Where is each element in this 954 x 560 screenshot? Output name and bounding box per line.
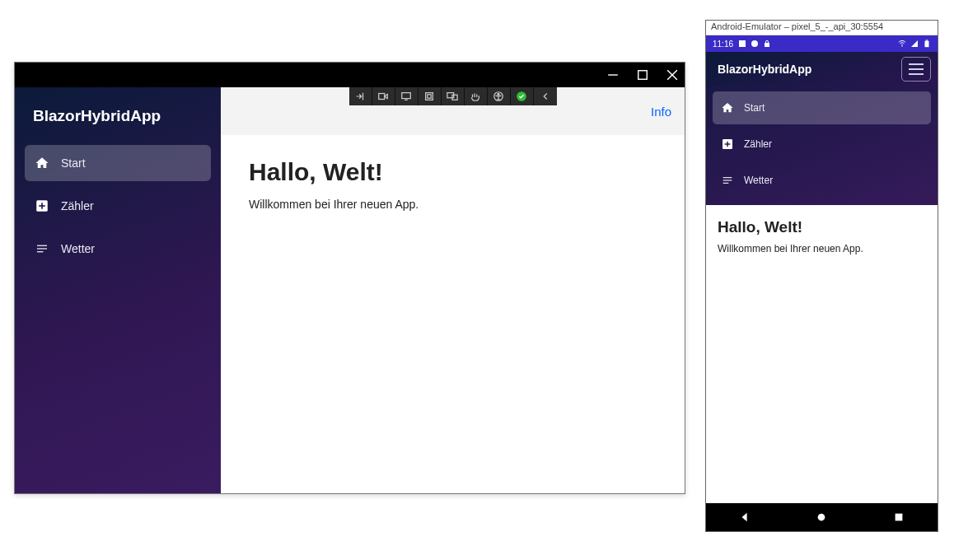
- svg-rect-24: [926, 40, 928, 40]
- status-time: 11:16: [713, 40, 733, 49]
- hamburger-button[interactable]: [901, 57, 931, 82]
- mobile-page-heading: Hallo, Welt!: [718, 218, 926, 236]
- plus-square-icon: [35, 198, 49, 213]
- svg-rect-13: [428, 95, 431, 98]
- svg-point-31: [818, 514, 825, 521]
- android-home-button[interactable]: [813, 509, 830, 525]
- svg-rect-32: [896, 514, 903, 521]
- svg-rect-12: [426, 93, 433, 100]
- app-brand: BlazorHybridApp: [21, 96, 214, 145]
- svg-rect-1: [638, 71, 648, 80]
- devtool-collapse-icon[interactable]: [534, 87, 557, 105]
- devtool-screens-icon[interactable]: [442, 87, 465, 105]
- android-back-button[interactable]: [737, 509, 753, 525]
- devtool-hand-icon[interactable]: [465, 87, 488, 105]
- devtool-success-icon[interactable]: [511, 87, 534, 105]
- android-statusbar: 11:16: [706, 35, 938, 52]
- sidebar-item-start[interactable]: Start: [25, 145, 211, 181]
- mobile-nav-item-label: Start: [744, 102, 765, 114]
- svg-rect-11: [402, 93, 411, 99]
- mobile-nav-item-zahler[interactable]: Zähler: [713, 128, 931, 161]
- mobile-nav-item-wetter[interactable]: Wetter: [713, 164, 931, 197]
- devtool-square-icon[interactable]: [419, 87, 442, 105]
- page-body: Hallo, Welt! Willkommen bei Ihrer neuen …: [221, 135, 685, 234]
- wifi-icon: [898, 40, 906, 48]
- devtool-record-icon[interactable]: [372, 87, 395, 105]
- hamburger-line-icon: [909, 68, 924, 70]
- sidebar-item-zahler[interactable]: Zähler: [25, 188, 211, 224]
- emulator-window-title: Android-Emulator – pixel_5_-_api_30:5554: [706, 21, 938, 35]
- list-icon: [721, 174, 734, 187]
- mobile-nav-item-label: Zähler: [744, 138, 772, 150]
- list-icon: [35, 241, 49, 256]
- sidebar-nav: Start Zähler Wetter: [21, 145, 214, 267]
- svg-rect-21: [765, 43, 769, 47]
- mobile-nav: Start Zähler Wetter: [706, 86, 938, 205]
- sidebar-item-label: Zähler: [61, 199, 94, 212]
- page-heading: Hallo, Welt!: [249, 158, 657, 186]
- signal-icon: [910, 40, 919, 48]
- mobile-page-body: Hallo, Welt! Willkommen bei Ihrer neuen …: [706, 205, 938, 503]
- sidebar-item-wetter[interactable]: Wetter: [25, 231, 211, 267]
- status-circle-icon: [751, 40, 759, 48]
- devtool-accessibility-icon[interactable]: [488, 87, 511, 105]
- svg-point-22: [901, 45, 903, 46]
- page-subheading: Willkommen bei Ihrer neuen App.: [249, 198, 657, 211]
- sidebar: BlazorHybridApp Start Zähler: [15, 87, 221, 493]
- status-lock-icon: [763, 40, 771, 48]
- info-link[interactable]: Info: [651, 105, 671, 119]
- battery-icon: [923, 40, 931, 48]
- home-icon: [35, 156, 49, 170]
- window-close-button[interactable]: [666, 69, 678, 81]
- devtool-export-icon[interactable]: [349, 87, 372, 105]
- sidebar-item-label: Wetter: [61, 242, 95, 255]
- hamburger-line-icon: [909, 63, 924, 65]
- svg-point-20: [751, 40, 758, 47]
- top-strip: Info: [221, 87, 685, 135]
- sidebar-item-label: Start: [61, 156, 86, 170]
- home-icon: [721, 101, 734, 114]
- android-emulator-window: Android-Emulator – pixel_5_-_api_30:5554…: [705, 20, 938, 532]
- android-recent-button[interactable]: [891, 509, 907, 525]
- desktop-window: BlazorHybridApp Start Zähler: [14, 62, 685, 494]
- mobile-app-brand: BlazorHybridApp: [713, 63, 811, 76]
- content-area: Info Hallo, Welt! Willkommen bei Ihrer n…: [221, 87, 685, 493]
- window-minimize-button[interactable]: [607, 69, 619, 81]
- status-square-icon: [738, 40, 746, 48]
- svg-rect-19: [739, 40, 746, 47]
- svg-point-17: [498, 93, 499, 95]
- hamburger-line-icon: [909, 73, 924, 75]
- window-maximize-button[interactable]: [637, 69, 648, 81]
- mobile-page-subheading: Willkommen bei Ihrer neuen App.: [718, 243, 926, 254]
- phone-screen: 11:16 BlazorHybridApp: [706, 35, 938, 531]
- devtool-screen-icon[interactable]: [395, 87, 419, 105]
- window-titlebar: [15, 63, 685, 87]
- mobile-header: BlazorHybridApp: [706, 52, 938, 86]
- browserlink-toolbar: [349, 87, 557, 105]
- mobile-nav-item-start[interactable]: Start: [713, 91, 931, 124]
- svg-rect-23: [925, 41, 929, 48]
- android-navbar: [706, 503, 938, 531]
- plus-square-icon: [721, 138, 734, 151]
- svg-rect-10: [379, 94, 385, 100]
- mobile-nav-item-label: Wetter: [744, 175, 773, 186]
